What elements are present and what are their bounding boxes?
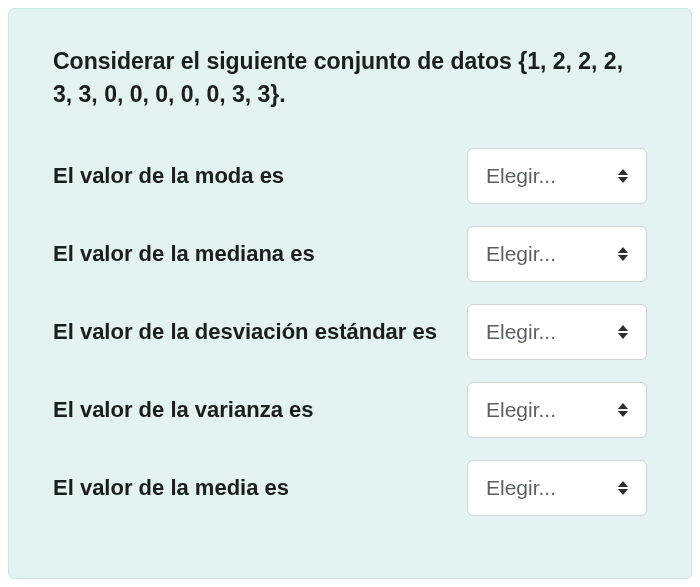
sort-icon xyxy=(618,325,628,339)
question-prompt: Considerar el siguiente conjunto de dato… xyxy=(53,45,647,112)
question-label: El valor de la desviación estándar es xyxy=(53,317,447,347)
question-row-media: El valor de la media es Elegir... xyxy=(53,460,647,516)
question-label: El valor de la media es xyxy=(53,473,447,503)
select-desviacion[interactable]: Elegir... xyxy=(467,304,647,360)
question-label: El valor de la varianza es xyxy=(53,395,447,425)
sort-icon xyxy=(618,247,628,261)
question-row-desviacion: El valor de la desviación estándar es El… xyxy=(53,304,647,360)
question-panel: Considerar el siguiente conjunto de dato… xyxy=(8,8,692,579)
question-label: El valor de la mediana es xyxy=(53,239,447,269)
select-placeholder-text: Elegir... xyxy=(486,320,556,344)
select-mediana[interactable]: Elegir... xyxy=(467,226,647,282)
select-placeholder-text: Elegir... xyxy=(486,164,556,188)
select-varianza[interactable]: Elegir... xyxy=(467,382,647,438)
sort-icon xyxy=(618,481,628,495)
question-label: El valor de la moda es xyxy=(53,161,447,191)
select-placeholder-text: Elegir... xyxy=(486,476,556,500)
select-placeholder-text: Elegir... xyxy=(486,398,556,422)
select-placeholder-text: Elegir... xyxy=(486,242,556,266)
question-row-mediana: El valor de la mediana es Elegir... xyxy=(53,226,647,282)
sort-icon xyxy=(618,403,628,417)
question-row-moda: El valor de la moda es Elegir... xyxy=(53,148,647,204)
question-row-varianza: El valor de la varianza es Elegir... xyxy=(53,382,647,438)
select-media[interactable]: Elegir... xyxy=(467,460,647,516)
select-moda[interactable]: Elegir... xyxy=(467,148,647,204)
sort-icon xyxy=(618,169,628,183)
